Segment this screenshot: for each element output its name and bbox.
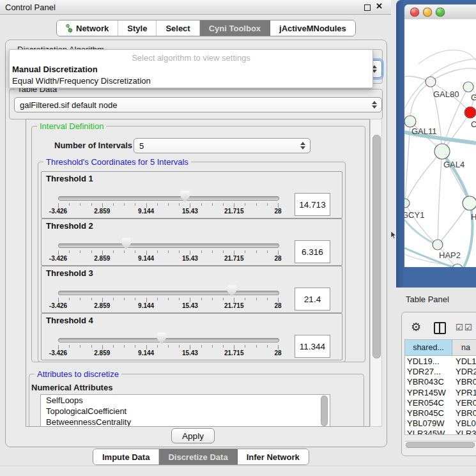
table-row[interactable]: YBR045CYBR0 [405,408,476,418]
threshold-value-field[interactable]: 6.316 [295,240,330,263]
slider-tick [113,345,114,348]
tab-jactivemnodules[interactable]: jActiveMNodules [270,20,355,36]
gear-icon[interactable]: ⚙ [411,321,421,333]
network-node-c[interactable] [464,107,476,118]
tab-label: Network [76,24,109,33]
slider-thumb[interactable] [121,238,131,250]
thresholds-groupbox: Threshold's Coordinates for 5 Intervals … [38,162,346,362]
slider-tick [201,298,202,300]
list-scrollbar-thumb[interactable] [321,395,328,426]
table-row[interactable]: YER054CYER0 [405,398,476,408]
threshold-value-field[interactable]: 14.713 [295,193,330,216]
column-header-name[interactable]: na [452,340,476,356]
tab-label: Discretize Data [168,452,227,462]
network-canvas[interactable]: GAL80GACGAL11GAL4GCY1HHAP2 [404,19,476,267]
threshold-panel-2: Threshold 2-3.4262.8599.14415.4321.71528… [41,219,342,266]
tab-label: Infer Network [247,452,300,462]
network-node-hap2[interactable] [433,240,443,250]
tab-cyni-toolbox[interactable]: Cyni Toolbox [200,20,270,36]
close-icon[interactable]: ✕ [376,1,383,11]
slider-track[interactable] [58,196,279,201]
slider-tick [146,250,147,255]
slider-tick [102,203,103,208]
dropdown-option-equal-width[interactable]: Equal Width/Frequency Discretization [10,75,372,87]
slider-thumb[interactable] [157,332,166,344]
table-row[interactable]: YBR043CYBR0 [405,377,476,387]
combo-arrows-icon [372,101,377,109]
bottom-tab-infer-network[interactable]: Infer Network [238,449,309,464]
dropdown-option-manual[interactable]: Manual Discretization [10,64,372,75]
network-node-gal4[interactable] [434,144,450,159]
node-label: GCY1 [404,210,424,220]
table-row[interactable]: YLR345WYLR3 [405,429,476,434]
list-item[interactable]: BetweennessCentrality [41,417,330,427]
numerical-attributes-list[interactable]: SelfLoopsTopologicalCoefficientBetweenne… [40,394,330,427]
column-header-shared-name[interactable]: shared... [405,340,452,356]
split-columns-icon[interactable] [434,322,446,334]
slider-track[interactable] [58,243,279,248]
table-row[interactable]: YPR145WYPR1 [405,388,476,398]
network-icon [66,24,73,33]
thresholds-group-title: Threshold's Coordinates for 5 Intervals [43,157,191,167]
network-node-gcy1[interactable] [404,199,410,208]
slider-tick [113,250,114,253]
threshold-value-field[interactable]: 11.344 [295,335,330,358]
cell-shared-name: YDR27... [407,367,452,377]
network-node-h[interactable] [463,196,476,210]
attributes-group-title: Attributes to discretize [35,369,121,379]
settings-scrollbar-thumb[interactable] [372,135,381,358]
table-rows: YDL19...YDL1YDR27...YDR2YBR043CYBR0YPR14… [405,357,476,434]
bottom-tab-discretize-data[interactable]: Discretize Data [159,449,237,464]
table-hscrollbar-thumb[interactable] [406,442,475,448]
network-node-gal11[interactable] [404,116,416,127]
slider-tick [245,250,245,253]
float-window-icon[interactable] [364,4,371,11]
table-row[interactable]: YDL19...YDL1 [405,357,476,367]
slider-tick-label: -3.426 [49,255,67,262]
node-label: GAL11 [411,127,437,136]
close-traffic-light[interactable] [410,8,419,17]
minimize-traffic-light[interactable] [423,8,432,17]
slider-tick-label: -3.426 [49,208,67,215]
list-item[interactable]: SelfLoops [41,395,330,406]
bottom-tab-impute-data[interactable]: Impute Data [93,449,159,464]
tab-network[interactable]: Network [57,20,118,36]
slider-tick [91,345,92,348]
checkbox-icon[interactable]: ☑ [456,323,463,332]
slider-tick [179,203,180,206]
slider-tick [69,250,70,253]
table-row[interactable]: YBL079WYBL0 [405,418,476,429]
slider-track[interactable] [58,338,279,342]
tab-style[interactable]: Style [118,20,157,36]
network-node[interactable] [452,264,463,267]
control-panel-tab-bar: NetworkStyleSelectCyni ToolboxjActiveMNo… [56,20,356,36]
network-edge [418,50,476,64]
slider-tick-label: -3.426 [49,302,67,309]
network-node-ga[interactable] [463,82,473,92]
threshold-value-field[interactable]: 21.4 [295,288,330,311]
apply-button[interactable]: Apply [171,428,215,443]
settings-scrollbar-track[interactable] [370,119,382,427]
table-hscrollbar-track[interactable] [404,441,476,448]
slider-tick [223,298,224,300]
checkbox-icon[interactable]: ☑ [464,323,472,332]
zoom-traffic-light[interactable] [436,8,445,17]
slider-thumb[interactable] [180,190,190,203]
table-panel: ⚙ ☑ ☑ shared... na YDL19...YDL1YDR27...Y… [401,312,476,456]
network-node-gal80[interactable] [426,77,436,87]
slider-tick-label: 21.715 [224,349,244,357]
num-intervals-combobox[interactable]: 5 [134,138,311,153]
slider-tick [91,250,92,253]
slider-tick [80,203,81,206]
slider-thumb[interactable] [227,285,236,297]
slider-tick [256,298,257,300]
table-data-combobox[interactable]: galFiltered.sif default node [14,97,382,112]
list-item[interactable]: TopologicalCoefficient [41,406,330,417]
slider-track[interactable] [58,291,279,295]
slider-tick-label: 15.43 [182,208,198,215]
table-row[interactable]: YDR27...YDR2 [405,367,476,377]
slider-tick [157,345,158,348]
tab-select[interactable]: Select [157,20,199,36]
threshold-panel-4: Threshold 4-3.4262.8599.14415.4321.71528… [41,313,342,360]
slider-tick [91,298,92,300]
